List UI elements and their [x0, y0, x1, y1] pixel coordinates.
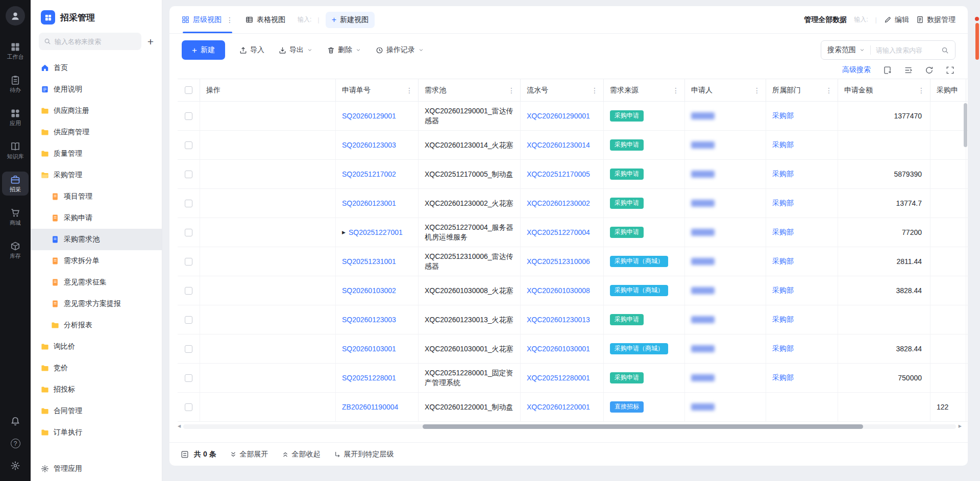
search-icon[interactable]	[941, 46, 949, 54]
department-link[interactable]: 采购部	[772, 140, 794, 150]
column-header-0[interactable]: 操作	[200, 79, 336, 101]
table-row[interactable]: SQ20260123003XQC202601230014_火花塞XQC20260…	[178, 131, 968, 160]
row-checkbox[interactable]	[185, 374, 192, 382]
rail-item-mall[interactable]: 商城	[2, 205, 29, 229]
row-checkbox[interactable]	[185, 229, 192, 236]
add-icon[interactable]: +	[148, 36, 154, 47]
row-checkbox[interactable]	[185, 258, 192, 266]
sidebar-item-6[interactable]: 项目管理	[31, 186, 162, 207]
sidebar-item-1[interactable]: 使用说明	[31, 79, 162, 100]
order-no-link[interactable]: SQ20260103001	[342, 345, 396, 353]
sidebar-item-10[interactable]: 意见需求征集	[31, 272, 162, 293]
table-row[interactable]: ZB202601190004XQC202601220001_制动盘XQC2026…	[178, 393, 968, 422]
column-header-3[interactable]: 流水号⋮	[521, 79, 604, 101]
serial-no-link[interactable]: XQC202601230013	[527, 316, 590, 324]
column-header-5[interactable]: 申请人⋮	[685, 79, 766, 101]
department-link[interactable]: 采购部	[772, 257, 794, 266]
expand-to-level-button[interactable]: 展开到特定层级	[334, 450, 394, 459]
rail-item-procurement[interactable]: 招采	[2, 172, 29, 196]
new-button[interactable]: + 新建	[182, 40, 225, 60]
order-no-link[interactable]: SQ20260123001	[342, 199, 396, 207]
tab-table-view[interactable]: 表格视图	[246, 6, 285, 33]
collapse-all-button[interactable]: 全部收起	[282, 450, 321, 459]
rail-item-knowledge[interactable]: 知识库	[2, 138, 29, 162]
sidebar-item-9[interactable]: 需求拆分单	[31, 250, 162, 272]
table-row[interactable]: SQ20260129001XQC202601290001_雷达传感器XQC202…	[178, 102, 968, 131]
delete-button[interactable]: 删除	[327, 45, 361, 55]
row-checkbox[interactable]	[185, 345, 192, 353]
sidebar-item-14[interactable]: 竞价	[31, 357, 162, 379]
order-no-link[interactable]: SQ20251228001	[342, 374, 396, 382]
sidebar-item-4[interactable]: 质量管理	[31, 143, 162, 164]
sidebar-item-16[interactable]: 合同管理	[31, 400, 162, 422]
tab-hierarchy-view[interactable]: 层级视图 ⋮	[182, 6, 233, 33]
tab-more-icon[interactable]: ⋮	[226, 16, 233, 24]
row-checkbox[interactable]	[185, 200, 192, 207]
department-link[interactable]: 采购部	[772, 199, 794, 208]
scroll-right-arrow[interactable]: ▶	[959, 424, 962, 428]
advanced-search-link[interactable]: 高级搜索	[842, 65, 871, 75]
rail-item-inventory[interactable]: 库存	[2, 238, 29, 262]
table-row[interactable]: SQ20260123001XQC202601230002_火花塞XQC20260…	[178, 189, 968, 218]
operation-log-button[interactable]: 操作记录	[376, 45, 424, 55]
department-link[interactable]: 采购部	[772, 286, 794, 295]
order-no-link[interactable]: ZB202601190004	[342, 403, 398, 411]
sidebar-item-11[interactable]: 意见需求方案提报	[31, 293, 162, 315]
expand-all-button[interactable]: 全部展开	[230, 450, 268, 459]
department-link[interactable]: 采购部	[772, 170, 794, 179]
export-table-icon[interactable]	[883, 66, 892, 75]
department-link[interactable]: 采购部	[772, 228, 794, 237]
order-no-link[interactable]: SQ20251217002	[342, 170, 396, 178]
column-menu-icon[interactable]: ⋮	[671, 86, 680, 94]
export-button[interactable]: 导出	[279, 45, 313, 55]
row-checkbox[interactable]	[185, 403, 192, 411]
column-header-6[interactable]: 所属部门⋮	[766, 79, 838, 101]
serial-no-link[interactable]: XQC202601030008	[527, 286, 590, 295]
row-checkbox[interactable]	[185, 287, 192, 295]
sidebar-search[interactable]	[39, 33, 141, 50]
department-link[interactable]: 采购部	[772, 315, 794, 324]
column-menu-icon[interactable]: ⋮	[405, 86, 414, 94]
scroll-left-arrow[interactable]: ◀	[178, 424, 181, 428]
serial-no-link[interactable]: XQC202601220001	[527, 403, 590, 411]
table-vertical-scrollbar[interactable]	[963, 102, 968, 422]
serial-no-link[interactable]: XQC202512270004	[527, 228, 590, 236]
table-horizontal-scrollbar[interactable]: ◀ ▶	[178, 423, 962, 430]
search-scope-dropdown[interactable]: 搜索范围	[827, 45, 865, 55]
order-no-link[interactable]: SQ20260123003	[342, 316, 396, 324]
column-header-1[interactable]: 申请单号⋮	[336, 79, 419, 101]
import-button[interactable]: 导入	[239, 45, 264, 55]
scrollbar-track[interactable]	[183, 424, 956, 429]
serial-no-link[interactable]: XQC202601030001	[527, 345, 590, 353]
scrollbar-thumb[interactable]	[964, 103, 967, 147]
order-no-link[interactable]: SQ20251227001	[349, 228, 403, 236]
column-header-7[interactable]: 申请金额⋮	[838, 79, 930, 101]
table-search-input[interactable]	[876, 46, 936, 54]
serial-no-link[interactable]: XQC202601230002	[527, 199, 590, 207]
serial-no-link[interactable]: XQC202512280001	[527, 374, 590, 382]
department-link[interactable]: 采购部	[772, 344, 794, 353]
department-link[interactable]: 采购部	[772, 111, 794, 121]
sidebar-item-3[interactable]: 供应商管理	[31, 122, 162, 143]
table-row[interactable]: SQ20251231001XQC202512310006_雷达传感器XQC202…	[178, 247, 968, 276]
edit-button[interactable]: 编辑	[884, 15, 909, 25]
scrollbar-thumb[interactable]	[423, 424, 863, 429]
sidebar-item-17[interactable]: 订单执行	[31, 422, 162, 443]
scrollbar-thumb[interactable]	[975, 23, 979, 60]
notification-bell-icon[interactable]	[10, 416, 20, 426]
serial-no-link[interactable]: XQC202512310006	[527, 257, 590, 266]
column-menu-icon[interactable]: ⋮	[507, 86, 516, 94]
expand-caret-icon[interactable]: ▶	[342, 230, 346, 235]
serial-no-link[interactable]: XQC202601230014	[527, 141, 590, 149]
settings-gear-icon[interactable]	[10, 461, 20, 471]
sidebar-item-13[interactable]: 询比价	[31, 336, 162, 357]
user-avatar[interactable]	[6, 6, 25, 26]
table-row[interactable]: SQ20260103001XQC202601030001_火花塞XQC20260…	[178, 334, 968, 364]
table-row[interactable]: SQ20251228001XQC202512280001_固定资产管理系统XQC…	[178, 364, 968, 393]
rail-item-apps[interactable]: 应用	[2, 105, 29, 129]
column-menu-icon[interactable]: ⋮	[752, 86, 762, 94]
serial-no-link[interactable]: XQC202512170005	[527, 170, 590, 178]
order-no-link[interactable]: SQ20260103002	[342, 286, 396, 295]
row-checkbox[interactable]	[185, 141, 192, 149]
column-menu-icon[interactable]: ⋮	[917, 86, 926, 94]
